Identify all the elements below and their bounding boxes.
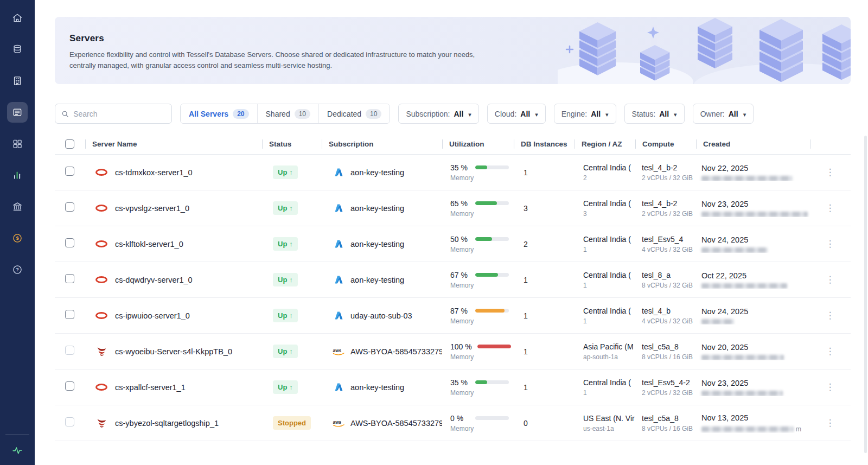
column-header-region-az[interactable]: Region / AZ xyxy=(575,134,635,154)
utilization-percent: 35 % xyxy=(450,163,470,172)
svg-text:aws: aws xyxy=(333,420,342,425)
dollar-icon: $ xyxy=(12,233,23,244)
created-by-redacted xyxy=(701,283,787,289)
server-name-link[interactable]: cs-ipwuioo-server1_0 xyxy=(115,311,190,320)
sidebar-item-servers[interactable] xyxy=(7,102,28,123)
server-name-link[interactable]: cs-klftokl-server1_0 xyxy=(115,240,183,249)
row-menu-button[interactable] xyxy=(821,164,840,180)
row-checkbox[interactable] xyxy=(65,202,74,212)
scrollbar[interactable] xyxy=(864,136,867,453)
filter-engine[interactable]: Engine: All xyxy=(554,104,616,124)
search-input[interactable] xyxy=(73,110,165,118)
filter-label: Engine: xyxy=(561,110,587,118)
utilization-metric-label: Memory xyxy=(450,353,514,361)
filter-label: Subscription: xyxy=(406,110,450,118)
utilization-metric-label: Memory xyxy=(450,425,514,432)
sqlserver-icon xyxy=(95,417,108,430)
chevron-down-icon xyxy=(534,110,538,118)
column-header-db-instances[interactable]: DB Instances xyxy=(514,134,575,154)
chevron-down-icon xyxy=(604,110,609,118)
svg-text:?: ? xyxy=(16,267,19,272)
filter-value: All xyxy=(454,110,463,118)
search-box[interactable] xyxy=(55,104,172,124)
created-cell: Nov 24, 2025 xyxy=(696,307,810,324)
sidebar-item-organization[interactable] xyxy=(7,71,28,91)
compute-detail: 2 vCPUs / 32 GiB xyxy=(642,174,696,182)
tab-all-servers[interactable]: All Servers 20 xyxy=(181,104,257,123)
row-menu-button[interactable] xyxy=(821,379,840,395)
created-cell: Nov 23, 2025 xyxy=(696,200,810,217)
subscription-name: aon-key-testing xyxy=(350,383,404,392)
server-name-link[interactable]: cs-dqwdryv-server1_0 xyxy=(115,276,193,284)
sidebar-item-billing[interactable]: $ xyxy=(7,228,28,249)
region-name: Central India ( xyxy=(583,271,635,279)
table-body: cs-tdmxkox-server1_0 Up ↑ aon-key-testin… xyxy=(55,155,851,441)
column-header-utilization[interactable]: Utilization xyxy=(442,134,514,154)
row-checkbox[interactable] xyxy=(65,274,74,283)
status-label: Up xyxy=(278,383,287,391)
compute-shape: tesl_c5a_8 xyxy=(642,414,696,423)
region-name: Central India ( xyxy=(583,307,635,315)
column-header-subscription[interactable]: Subscription xyxy=(322,134,442,154)
server-name-link[interactable]: cs-xpallcf-server1_1 xyxy=(115,383,186,392)
server-name-link[interactable]: cs-vpvslgz-server1_0 xyxy=(115,204,189,213)
compute-shape: tesl_c5a_8 xyxy=(642,342,696,351)
region-name: Central India ( xyxy=(583,235,635,244)
svg-text:aws: aws xyxy=(333,348,342,353)
availability-zone: 1 xyxy=(583,389,635,397)
region-cell: Central India ( 1 xyxy=(575,378,635,397)
row-checkbox[interactable] xyxy=(65,381,74,391)
tab-shared[interactable]: Shared 10 xyxy=(257,104,319,123)
row-checkbox[interactable] xyxy=(65,310,74,319)
row-checkbox[interactable] xyxy=(65,167,74,176)
table-row: cs-dqwdryv-server1_0 Up ↑ aon-key-testin… xyxy=(55,262,851,298)
utilization-metric-label: Memory xyxy=(450,389,514,397)
filter-status[interactable]: Status: All xyxy=(624,104,685,124)
server-name-link[interactable]: cs-wyoeibu-Server-s4l-KkppTB_0 xyxy=(115,347,232,356)
column-header-created[interactable]: Created xyxy=(696,134,810,154)
row-checkbox[interactable] xyxy=(65,346,74,355)
utilization-percent: 87 % xyxy=(450,307,470,315)
server-name-link[interactable]: cs-tdmxkox-server1_0 xyxy=(115,168,193,177)
row-menu-button[interactable] xyxy=(821,308,840,323)
filter-subscription[interactable]: Subscription: All xyxy=(398,104,478,124)
row-menu-button[interactable] xyxy=(821,200,840,216)
status-label: Stopped xyxy=(278,419,306,427)
utilization-bar xyxy=(475,201,509,205)
row-menu-button[interactable] xyxy=(821,272,840,288)
select-all-checkbox[interactable] xyxy=(65,139,74,149)
sidebar-item-help[interactable]: ? xyxy=(7,259,28,280)
status-label: Up xyxy=(278,276,287,284)
row-menu-button[interactable] xyxy=(821,236,840,252)
column-header-server-name[interactable]: Server Name xyxy=(85,134,262,154)
column-header-status[interactable]: Status xyxy=(262,134,322,154)
row-menu-button[interactable] xyxy=(821,343,840,359)
page-title: Servers xyxy=(69,33,851,44)
sidebar-item-services[interactable] xyxy=(7,133,28,154)
status-label: Up xyxy=(278,240,287,248)
row-checkbox[interactable] xyxy=(65,238,74,247)
compute-cell: tesl_c5a_8 8 vCPUs / 16 GiB xyxy=(635,414,696,432)
sidebar-item-governance[interactable] xyxy=(7,196,28,217)
tab-dedicated[interactable]: Dedicated 10 xyxy=(318,104,390,123)
table-row: cs-vpvslgz-server1_0 Up ↑ aon-key-testin… xyxy=(55,190,851,226)
created-by-redacted xyxy=(701,426,794,432)
utilization-bar xyxy=(477,345,511,348)
db-instances-count: 2 xyxy=(514,240,575,249)
filter-owner[interactable]: Owner: All xyxy=(693,104,754,124)
sidebar-item-home[interactable] xyxy=(7,8,28,28)
row-checkbox[interactable] xyxy=(65,417,74,426)
sidebar-item-metrics[interactable] xyxy=(7,165,28,186)
sidebar-item-provisioning[interactable] xyxy=(7,39,28,60)
filter-cloud[interactable]: Cloud: All xyxy=(487,104,546,124)
utilization-bar xyxy=(475,237,509,241)
server-name-link[interactable]: cs-ybyezol-sqltargetlogship_1 xyxy=(115,419,219,428)
tab-label: Dedicated xyxy=(327,110,361,118)
db-instances-count: 1 xyxy=(514,347,575,356)
region-cell: Central India ( 1 xyxy=(575,235,635,253)
column-header-compute[interactable]: Compute xyxy=(635,134,696,154)
availability-zone: 1 xyxy=(583,246,635,253)
row-menu-button[interactable] xyxy=(821,415,840,431)
sidebar-item-activity[interactable] xyxy=(7,440,28,461)
status-badge: Up ↑ xyxy=(273,345,298,358)
